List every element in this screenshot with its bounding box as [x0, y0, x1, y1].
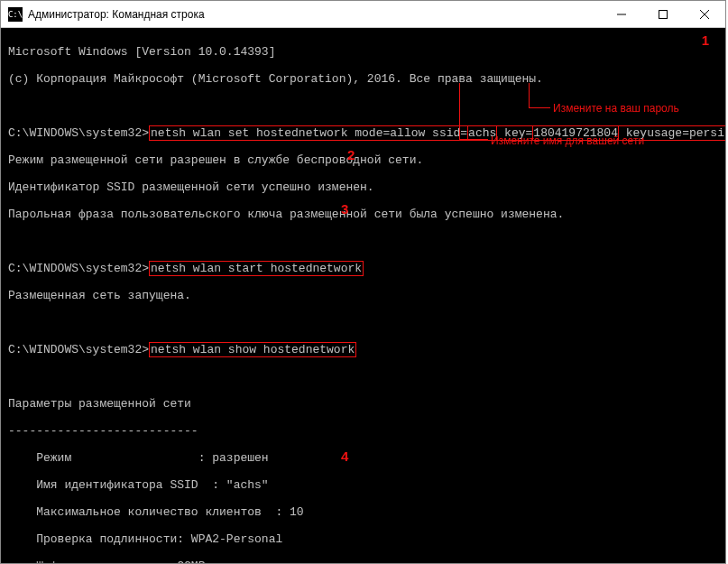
param-row: Максимальное количество клиентов : 10 — [8, 505, 718, 519]
close-button[interactable] — [684, 1, 725, 27]
cmd3-highlight: netsh wlan show hostednetwork — [149, 342, 356, 357]
close-icon — [700, 10, 709, 19]
connector-line — [529, 83, 530, 107]
param-row: Режим : разрешен — [8, 451, 718, 465]
connector-line — [459, 139, 488, 140]
annotation-2: 2 — [347, 148, 355, 162]
output-line: Режим размещенной сети разрешен в службе… — [8, 153, 718, 167]
blank-line — [8, 316, 718, 329]
annotation-4: 4 — [341, 449, 348, 463]
header-line: Microsoft Windows [Version 10.0.14393] — [8, 45, 718, 59]
prompt: C:\WINDOWS\system32> — [8, 262, 149, 275]
param-value: разрешен — [212, 451, 268, 465]
param-row: Проверка подлинности: WPA2-Personal — [8, 532, 718, 546]
param-value: WPA2-Personal — [191, 532, 282, 546]
output-line: Размещенная сеть запущена. — [8, 289, 718, 302]
copyright-line: (c) Корпорация Майкрософт (Microsoft Cor… — [8, 72, 718, 86]
param-row: Имя идентификатора SSID : "achs" — [8, 478, 718, 492]
output-line: Идентификатор SSID размещенной сети успе… — [8, 180, 718, 194]
annotation-3: 3 — [341, 202, 348, 216]
param-value: "achs" — [226, 478, 269, 492]
blank-line — [8, 370, 718, 384]
maximize-icon — [659, 10, 668, 19]
section-underline: --------------------------- — [8, 424, 718, 438]
window-controls — [601, 1, 725, 27]
annotation-ssid-label: Измените имя для вашей сети — [491, 134, 644, 148]
minimize-icon — [617, 10, 626, 19]
minimize-button[interactable] — [601, 1, 642, 27]
cmd-line-2: C:\WINDOWS\system32>netsh wlan start hos… — [8, 262, 718, 275]
cmd-window: C:\ Администратор: Командная строка Micr… — [0, 0, 726, 564]
annotation-1: 1 — [702, 33, 709, 47]
titlebar[interactable]: C:\ Администратор: Командная строка — [1, 1, 725, 28]
window-title: Администратор: Командная строка — [28, 8, 601, 21]
terminal-output[interactable]: Microsoft Windows [Version 10.0.14393] (… — [1, 28, 725, 563]
connector-line — [529, 107, 550, 108]
cmd-line-3: C:\WINDOWS\system32>netsh wlan show host… — [8, 343, 718, 356]
section-header: Параметры размещенной сети — [8, 397, 718, 411]
param-row: Шифр: CCMP — [8, 559, 718, 563]
cmd2-highlight: netsh wlan start hostednetwork — [149, 261, 364, 276]
cmd-icon: C:\ — [8, 7, 23, 22]
maximize-button[interactable] — [642, 1, 684, 27]
prompt: C:\WINDOWS\system32> — [8, 343, 149, 356]
prompt: C:\WINDOWS\system32> — [8, 126, 149, 140]
param-value: CCMP — [177, 559, 205, 563]
output-line: Парольная фраза пользовательского ключа … — [8, 208, 718, 221]
svg-rect-1 — [659, 10, 668, 18]
blank-line — [8, 235, 718, 248]
annotation-password-label: Измените на ваш пароль — [553, 102, 679, 116]
param-value: 10 — [290, 505, 304, 519]
connector-line — [459, 83, 460, 139]
